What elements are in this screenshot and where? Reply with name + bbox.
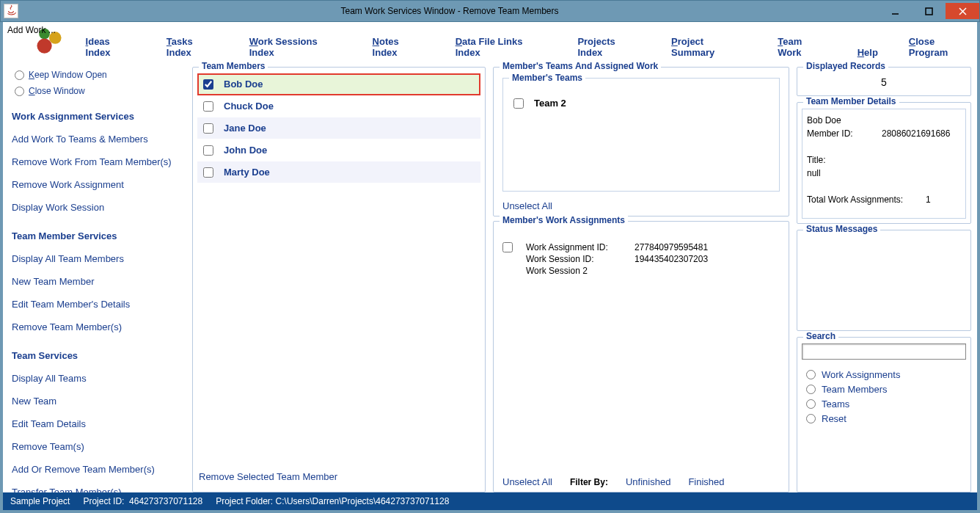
right-column: Displayed Records 5 Team Member Details … [797, 67, 971, 492]
team-members-box: Team Members Bob Doe Chuck Doe Jane Doe [192, 67, 486, 492]
link-add-remove-team-members[interactable]: Add Or Remove Team Member(s) [12, 464, 185, 475]
total-work-value: 1 [926, 193, 931, 206]
displayed-records-legend: Displayed Records [803, 62, 888, 71]
status-messages-legend: Status Messages [803, 224, 880, 234]
assigned-box: Member's Teams And Assigned Work Member'… [493, 67, 789, 217]
close-button[interactable] [946, 3, 979, 19]
member-teams-box: Member's Teams Team 2 [502, 78, 780, 192]
menu-team-work[interactable]: Team Work [778, 36, 826, 58]
link-remove-teams[interactable]: Remove Team(s) [12, 441, 185, 452]
member-name: Jane Doe [224, 123, 266, 134]
work-filter-row: Unselect All Filter By: Unfinished Finis… [502, 476, 784, 487]
menu-projects-index[interactable]: Projects Index [577, 36, 640, 58]
status-messages-box: Status Messages [797, 230, 971, 331]
menu-ideas-index[interactable]: Ideas Index [86, 36, 136, 58]
sidebar: Keep Window Open Close Window Work Assig… [9, 67, 185, 492]
search-opt-work-assignments[interactable]: Work Assignments [806, 369, 962, 380]
top-row: Ideas Index Tasks Index Work Sessions In… [3, 22, 977, 62]
member-name: Bob Doe [224, 79, 263, 90]
work-checkbox[interactable] [502, 242, 513, 252]
unselect-all-work[interactable]: Unselect All [502, 476, 552, 487]
unselect-all-teams[interactable]: Unselect All [502, 200, 784, 211]
work-details: Work Assignment ID: 277840979595481 Work… [526, 242, 708, 276]
content: Keep Window Open Close Window Work Assig… [3, 62, 977, 492]
link-edit-team-member-details[interactable]: Edit Team Member's Details [12, 299, 185, 310]
remove-selected-member-button[interactable]: Remove Selected Team Member [199, 465, 480, 487]
menu-project-summary[interactable]: Project Summary [671, 36, 747, 58]
title-value: null [807, 167, 961, 180]
member-name: Marty Doe [224, 167, 270, 178]
member-row-marty[interactable]: Marty Doe [197, 161, 480, 183]
link-add-work-to-teams[interactable]: Add Work To Teams & Members [12, 134, 185, 145]
java-icon [4, 4, 18, 18]
statusbar: Sample Project Project ID: 4642737370711… [3, 492, 977, 510]
titlebar: Team Work Services Window - Remove Team … [0, 0, 980, 22]
team-member-details-box: Team Member Details Bob Doe Member ID: 2… [797, 102, 971, 224]
assigned-legend: Member's Teams And Assigned Work [500, 62, 661, 71]
svg-point-6 [37, 38, 52, 53]
link-display-work-session[interactable]: Display Work Session [12, 202, 185, 213]
section-team-member-services: Team Member Services [12, 230, 185, 241]
search-opt-teams[interactable]: Teams [806, 399, 962, 410]
link-remove-work-from-members[interactable]: Remove Work From Team Member(s) [12, 156, 185, 167]
member-checkbox[interactable] [203, 101, 213, 112]
title-label: Title: [807, 153, 961, 167]
menu-help[interactable]: Help [858, 47, 878, 58]
link-display-all-teams[interactable]: Display All Teams [12, 373, 185, 384]
link-remove-team-members[interactable]: Remove Team Member(s) [12, 321, 185, 332]
team-name: Team 2 [534, 98, 566, 109]
menu-tasks-index[interactable]: Tasks Index [167, 36, 219, 58]
team-checkbox[interactable] [513, 98, 524, 109]
search-opt-reset[interactable]: Reset [806, 413, 962, 424]
status-project-id: Project ID: 464273737071128 [83, 496, 202, 506]
window-title: Team Work Services Window - Remove Team … [21, 6, 878, 16]
work-session-id-label: Work Session ID: [526, 254, 629, 264]
link-transfer-team-members[interactable]: Transfer Team Member(s) [12, 487, 185, 492]
menu-notes-index[interactable]: Notes Index [373, 36, 425, 58]
member-checkbox[interactable] [203, 79, 213, 90]
link-remove-work-assignment[interactable]: Remove Work Assignment [12, 179, 185, 190]
member-row-chuck[interactable]: Chuck Doe [197, 95, 480, 117]
app-frame: Add Work ... Ideas Index Tasks Index Wor… [0, 22, 980, 513]
status-project-folder: Project Folder: C:\Users\Darren\Projects… [216, 496, 449, 506]
menu-data-file-links-index[interactable]: Data File Links Index [456, 36, 547, 58]
member-checkbox[interactable] [203, 167, 213, 178]
radio-keep-window-open[interactable]: Keep Window Open [15, 70, 185, 80]
team-members-legend: Team Members [199, 62, 268, 71]
link-new-team[interactable]: New Team [12, 396, 185, 407]
filter-unfinished[interactable]: Unfinished [626, 476, 670, 487]
member-checkbox[interactable] [203, 145, 213, 156]
menu-work-sessions-index[interactable]: Work Sessions Index [249, 36, 342, 58]
window-buttons [878, 3, 979, 19]
displayed-records-value: 5 [802, 73, 966, 91]
minimize-button[interactable] [878, 3, 912, 19]
member-row-bob[interactable]: Bob Doe [197, 73, 480, 95]
link-display-all-team-members[interactable]: Display All Team Members [12, 253, 185, 264]
assigned-column: Member's Teams And Assigned Work Member'… [493, 67, 789, 492]
section-work-assignment-services: Work Assignment Services [12, 111, 185, 122]
member-name: Chuck Doe [224, 101, 274, 112]
member-checkbox[interactable] [203, 123, 213, 134]
link-edit-team-details[interactable]: Edit Team Details [12, 418, 185, 429]
radio-close-window[interactable]: Close Window [15, 86, 185, 96]
maximize-button[interactable] [912, 3, 946, 19]
member-id-label: Member ID: [807, 127, 873, 140]
status-project-name: Sample Project [10, 496, 70, 506]
filter-finished[interactable]: Finished [688, 476, 724, 487]
member-row-jane[interactable]: Jane Doe [197, 117, 480, 139]
section-team-services: Team Services [12, 350, 185, 361]
search-opt-team-members[interactable]: Team Members [806, 384, 962, 395]
menu-close-program[interactable]: Close Program [909, 36, 974, 58]
member-name: John Doe [224, 145, 267, 156]
link-new-team-member[interactable]: New Team Member [12, 276, 185, 287]
member-row-john[interactable]: John Doe [197, 139, 480, 161]
member-teams-legend: Member's Teams [509, 73, 585, 83]
team-row[interactable]: Team 2 [513, 98, 773, 109]
member-id-value: 28086021691686 [882, 127, 950, 140]
search-input[interactable] [802, 343, 966, 360]
work-id-value: 277840979595481 [635, 242, 708, 252]
details-scroll[interactable]: Bob Doe Member ID: 28086021691686 Title:… [802, 109, 966, 219]
work-session-id-value: 194435402307203 [635, 254, 708, 264]
menubar: Ideas Index Tasks Index Work Sessions In… [86, 22, 974, 62]
work-assignment-row[interactable]: Work Assignment ID: 277840979595481 Work… [502, 242, 780, 276]
